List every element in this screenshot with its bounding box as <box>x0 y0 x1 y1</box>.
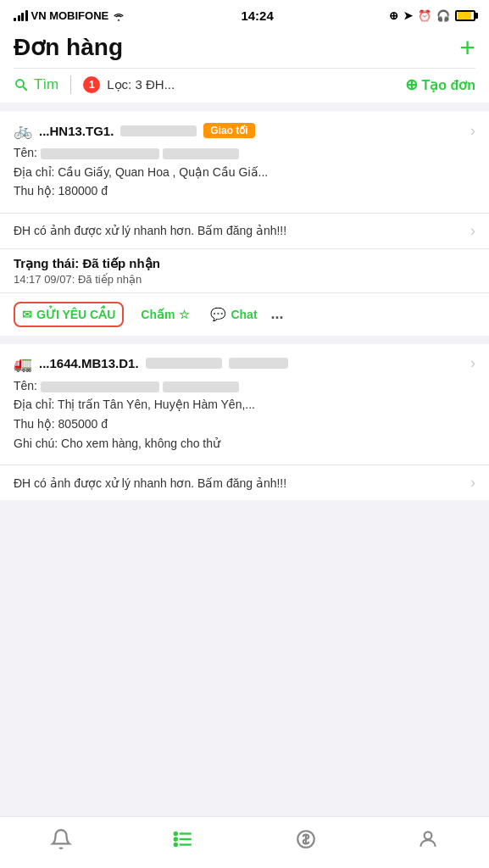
order-1-status-label: Trạng thái: Đã tiếp nhận <box>14 256 475 271</box>
dollar-icon <box>294 827 318 851</box>
carrier-label: VN MOBIFONE <box>31 9 109 22</box>
nav-icon-status: ➤ <box>403 9 413 22</box>
filter-label: Lọc: 3 ĐH... <box>107 77 175 92</box>
header-actions: Tìm 1 Lọc: 3 ĐH... ⊕ Tạo đơn <box>14 68 475 103</box>
page-title: Đơn hàng <box>14 33 123 61</box>
order-card-1-header-area: 🚲 ...HN13.TG1. Giao tối › Tên: Địa chỉ: … <box>0 111 489 213</box>
order-1-photo-chevron: › <box>470 222 475 240</box>
status-bar: VN MOBIFONE 14:24 ⊕ ➤ ⏰ 🎧 <box>0 0 489 28</box>
create-label: Tạo đơn <box>421 77 475 93</box>
order-2-id: ...1644.MB13.D1. <box>39 356 139 370</box>
order-1-header[interactable]: 🚲 ...HN13.TG1. Giao tối › <box>14 121 475 140</box>
order-2-id-blurred <box>146 358 222 369</box>
order-2-note: Ghi chú: Cho xem hàng, không cho thử <box>14 436 475 453</box>
order-2-chevron[interactable]: › <box>470 354 475 372</box>
order-card-2-header-area: 🚛 ...1644.MB13.D1. › Tên: Địa chỉ: Thị t… <box>0 344 489 465</box>
order-1-id-blurred <box>120 125 197 136</box>
header: Đơn hàng + Tìm 1 Lọc: 3 ĐH... ⊕ Tạo đơn <box>0 28 489 103</box>
divider <box>70 75 71 94</box>
list-icon <box>171 827 195 851</box>
search-label: Tìm <box>34 76 58 93</box>
headphones-icon: 🎧 <box>436 9 450 22</box>
send-request-button[interactable]: ✉ GỬI YÊU CẦU <box>14 302 124 327</box>
truck-icon: 🚛 <box>14 354 32 373</box>
search-button[interactable]: Tìm <box>14 76 58 93</box>
chat-icon: 💬 <box>210 307 226 322</box>
add-order-button[interactable]: + <box>459 34 475 61</box>
svg-point-7 <box>175 843 177 846</box>
svg-point-0 <box>16 80 24 87</box>
chat-label: Chat <box>231 308 257 321</box>
nav-notifications[interactable] <box>49 827 73 851</box>
header-title-row: Đơn hàng + <box>14 33 475 68</box>
order-1-action-bar: ✉ GỬI YÊU CẦU Chấm ☆ 💬 Chat ... <box>0 292 489 336</box>
search-icon <box>14 77 29 92</box>
create-icon: ⊕ <box>405 75 418 94</box>
cham-label: Chấm <box>141 308 175 321</box>
order-1-name: Tên: <box>14 145 475 162</box>
status-time: 14:24 <box>241 8 273 23</box>
wifi-icon <box>112 11 125 21</box>
order-2-id-row: 🚛 ...1644.MB13.D1. <box>14 354 464 373</box>
order-1-status-section: Trạng thái: Đã tiếp nhận 14:17 09/07: Đã… <box>0 248 489 292</box>
nav-earnings[interactable] <box>294 827 318 851</box>
svg-line-1 <box>23 86 27 91</box>
bike-icon: 🚲 <box>14 121 32 140</box>
order-1-status-time: 14:17 09/07: Đã tiếp nhận <box>14 273 475 286</box>
bottom-nav <box>0 816 489 868</box>
chat-button[interactable]: 💬 Chat <box>203 302 264 327</box>
svg-point-6 <box>175 837 177 840</box>
order-2-photo-text: ĐH có ảnh được xử lý nhanh hơn. Bấm đăng… <box>14 476 286 490</box>
order-1-photo-notice[interactable]: ĐH có ảnh được xử lý nhanh hơn. Bấm đăng… <box>0 213 489 248</box>
bell-icon <box>49 827 73 851</box>
order-card-1: 🚲 ...HN13.TG1. Giao tối › Tên: Địa chỉ: … <box>0 111 489 336</box>
status-right: ⊕ ➤ ⏰ 🎧 <box>389 9 475 22</box>
order-1-status-badge: Giao tối <box>203 123 254 138</box>
order-1-name-blurred2 <box>163 148 239 159</box>
star-icon: ☆ <box>179 308 190 321</box>
cham-button[interactable]: Chấm ☆ <box>134 303 197 326</box>
order-1-id-row: 🚲 ...HN13.TG1. Giao tối <box>14 121 464 140</box>
send-label: GỬI YÊU CẦU <box>36 308 115 321</box>
person-icon <box>416 827 440 851</box>
filter-button[interactable]: 1 Lọc: 3 ĐH... <box>83 76 175 93</box>
order-2-photo-chevron: › <box>470 474 475 492</box>
status-left: VN MOBIFONE <box>14 9 125 22</box>
order-1-collect: Thu hộ: 180000 đ <box>14 183 475 200</box>
order-1-chevron[interactable]: › <box>470 122 475 140</box>
signal-bars <box>14 10 28 21</box>
order-2-name-blurred <box>41 381 159 392</box>
battery-icon <box>455 10 475 21</box>
content: 🚲 ...HN13.TG1. Giao tối › Tên: Địa chỉ: … <box>0 103 489 517</box>
create-order-button[interactable]: ⊕ Tạo đơn <box>405 75 475 94</box>
order-1-address: Địa chỉ: Cầu Giấy, Quan Hoa , Quận Cầu G… <box>14 164 475 181</box>
send-icon: ✉ <box>22 308 32 321</box>
nav-profile[interactable] <box>416 827 440 851</box>
order-2-collect: Thu hộ: 805000 đ <box>14 416 475 433</box>
order-card-2: 🚛 ...1644.MB13.D1. › Tên: Địa chỉ: Thị t… <box>0 344 489 500</box>
order-1-photo-text: ĐH có ảnh được xử lý nhanh hơn. Bấm đăng… <box>14 224 286 237</box>
order-2-address: Địa chỉ: Thị trấn Tân Yên, Huyện Hàm Yên… <box>14 397 475 414</box>
order-2-header[interactable]: 🚛 ...1644.MB13.D1. › <box>14 354 475 373</box>
nav-orders[interactable] <box>171 827 195 851</box>
svg-point-9 <box>425 832 432 839</box>
order-1-id: ...HN13.TG1. <box>39 124 114 138</box>
filter-badge: 1 <box>83 76 100 93</box>
page-bottom <box>0 517 489 585</box>
order-2-photo-notice[interactable]: ĐH có ảnh được xử lý nhanh hơn. Bấm đăng… <box>0 465 489 500</box>
order-1-name-blurred <box>41 148 159 159</box>
order-2-id-blurred2 <box>229 358 288 369</box>
svg-point-5 <box>175 832 177 835</box>
order-2-name-blurred2 <box>163 381 239 392</box>
order-2-name: Tên: <box>14 378 475 395</box>
more-button[interactable]: ... <box>271 305 284 323</box>
alarm-icon: ⏰ <box>418 9 431 22</box>
location-icon: ⊕ <box>389 9 398 22</box>
